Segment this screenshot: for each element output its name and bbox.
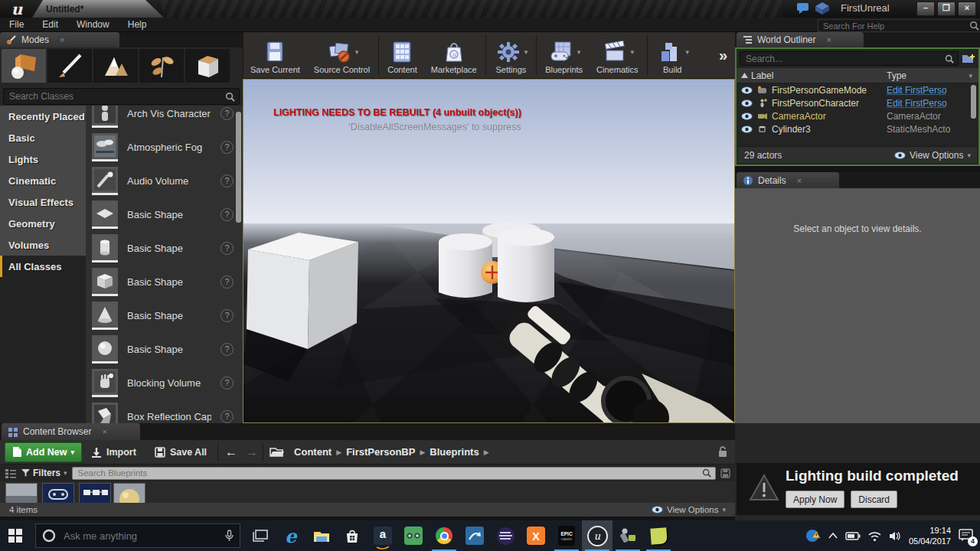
help-icon[interactable]: ? [220, 208, 234, 221]
taskbar-clock[interactable]: 19:14 05/04/2017 [909, 525, 951, 547]
actor-label[interactable]: CameraActor [772, 111, 826, 122]
visibility-eye-icon[interactable] [741, 99, 753, 107]
start-button[interactable] [0, 520, 31, 551]
visibility-eye-icon[interactable] [741, 86, 753, 94]
build-button[interactable]: ▾ Build [649, 32, 697, 78]
lock-icon[interactable] [718, 446, 727, 458]
actor-type-link[interactable]: Edit FirstPerso [887, 85, 966, 96]
class-row[interactable]: Basic Shape ? [86, 197, 243, 231]
outliner-row[interactable]: CameraActor CameraActor [737, 109, 978, 122]
category-basic[interactable]: Basic [0, 127, 86, 148]
epic-games-icon[interactable]: EPICGAMES [551, 520, 582, 551]
action-center-button[interactable]: 4 [959, 528, 974, 544]
back-arrow-icon[interactable]: ← [220, 445, 243, 459]
actor-label[interactable]: FirstPersonCharacter [772, 98, 859, 109]
menu-file[interactable]: File [0, 18, 33, 31]
menu-window[interactable]: Window [67, 18, 119, 31]
column-type[interactable]: Type [887, 70, 906, 81]
category-geometry[interactable]: Geometry [0, 213, 86, 234]
content-button[interactable]: Content [381, 32, 424, 78]
save-search-icon[interactable] [720, 468, 730, 478]
dropdown-caret-icon[interactable]: ▾ [631, 48, 635, 56]
help-icon[interactable]: ? [220, 107, 234, 120]
help-icon[interactable]: ? [220, 309, 234, 322]
help-icon[interactable]: ? [220, 410, 234, 423]
level-viewport[interactable]: LIGHTING NEEDS TO BE REBUILT (4 unbuilt … [243, 79, 735, 423]
class-row[interactable]: Box Reflection Captur ? [86, 399, 243, 423]
xampp-icon[interactable]: X [521, 520, 551, 551]
category-recently-placed[interactable]: Recently Placed [0, 106, 86, 127]
outliner-search-input[interactable] [744, 53, 945, 65]
help-icon[interactable]: ? [220, 343, 234, 356]
forward-arrow-icon[interactable]: → [243, 445, 261, 459]
help-icon[interactable]: ? [220, 276, 234, 289]
edge-icon[interactable]: e [276, 520, 306, 551]
toolbar-overflow-chevron[interactable]: » [711, 32, 735, 78]
mode-place-button[interactable] [2, 49, 46, 83]
asset-thumbnail-sphere[interactable] [113, 483, 145, 503]
dropdown-caret-icon[interactable]: ▾ [355, 48, 359, 56]
asset-thumbnail-node-graph[interactable] [79, 483, 111, 503]
update-warning-icon[interactable] [805, 528, 821, 543]
class-row[interactable]: Arch Vis Character ? [86, 106, 243, 130]
marketplace-button[interactable]: u Marketplace [424, 32, 484, 78]
tab-world-outliner[interactable]: World Outliner × [737, 32, 864, 47]
cortana-search-input[interactable] [62, 530, 219, 543]
help-icon[interactable]: ? [220, 242, 234, 255]
volume-icon[interactable] [889, 531, 901, 541]
minimize-button[interactable]: – [916, 2, 935, 16]
outliner-row[interactable]: FirstPersonGameMode Edit FirstPerso [737, 83, 978, 96]
mode-landscape-button[interactable] [93, 49, 138, 83]
tab-modes[interactable]: Modes × [0, 32, 119, 47]
dropdown-caret-icon[interactable]: ▾ [577, 48, 581, 56]
save-all-button[interactable]: Save All [145, 447, 216, 458]
help-icon[interactable]: ? [220, 141, 234, 154]
document-tab[interactable]: Untitled* [32, 0, 164, 18]
outliner-search-box[interactable] [740, 51, 959, 66]
amazon-icon[interactable]: a [368, 520, 398, 551]
tab-details[interactable]: Details × [737, 172, 839, 188]
save-current-button[interactable]: Save Current [243, 32, 307, 78]
wifi-icon[interactable] [868, 531, 881, 541]
mode-geometry-button[interactable] [185, 49, 230, 83]
class-row[interactable]: Blocking Volume ? [86, 366, 243, 399]
close-icon[interactable]: × [60, 35, 64, 44]
class-row[interactable]: Audio Volume ? [86, 164, 243, 197]
category-all-classes[interactable]: All Classes [0, 256, 86, 277]
tripadvisor-icon[interactable] [398, 520, 429, 551]
outliner-column-header[interactable]: Label Type ▾ [737, 68, 978, 83]
outliner-row[interactable]: Cylinder3 StaticMeshActo [737, 122, 978, 135]
content-view-options[interactable]: View Options ▾ [652, 505, 726, 514]
cortana-search-box[interactable] [35, 523, 240, 548]
search-classes-box[interactable] [3, 88, 240, 105]
close-icon[interactable]: × [797, 176, 802, 185]
microphone-icon[interactable] [225, 530, 234, 542]
category-visual-effects[interactable]: Visual Effects [0, 191, 86, 213]
tray-chevron-up-icon[interactable] [828, 533, 838, 539]
mode-paint-button[interactable] [47, 49, 92, 83]
battery-icon[interactable] [845, 531, 861, 540]
actor-label[interactable]: FirstPersonGameMode [772, 85, 867, 96]
cinematics-button[interactable]: ▾ Cinematics [590, 32, 645, 78]
sources-list-icon[interactable] [5, 468, 17, 478]
help-icon[interactable]: ? [220, 174, 234, 187]
category-cinematic[interactable]: Cinematic [0, 170, 86, 191]
add-new-button[interactable]: Add New ▾ [5, 442, 82, 462]
content-search-input[interactable] [77, 468, 702, 478]
maximize-button[interactable]: ❐ [937, 2, 956, 16]
task-view-button[interactable] [245, 520, 276, 551]
breadcrumb-firstpersonbp[interactable]: FirstPersonBP [341, 446, 420, 458]
new-folder-icon[interactable] [962, 53, 975, 64]
help-search-box[interactable] [818, 19, 980, 32]
windows-store-icon[interactable] [337, 520, 368, 551]
help-search-input[interactable] [822, 21, 969, 31]
eclipse-icon[interactable] [490, 520, 521, 551]
pgadmin-icon[interactable] [459, 520, 490, 551]
close-icon[interactable]: × [826, 35, 831, 44]
sort-ascending-icon[interactable] [741, 73, 748, 78]
breadcrumb-blueprints[interactable]: Blueprints [425, 446, 483, 458]
file-explorer-icon[interactable] [306, 520, 337, 551]
class-row[interactable]: Atmospheric Fog ? [86, 130, 243, 164]
outliner-row[interactable]: FirstPersonCharacter Edit FirstPerso [737, 96, 978, 109]
apply-now-button[interactable]: Apply Now [786, 491, 844, 508]
